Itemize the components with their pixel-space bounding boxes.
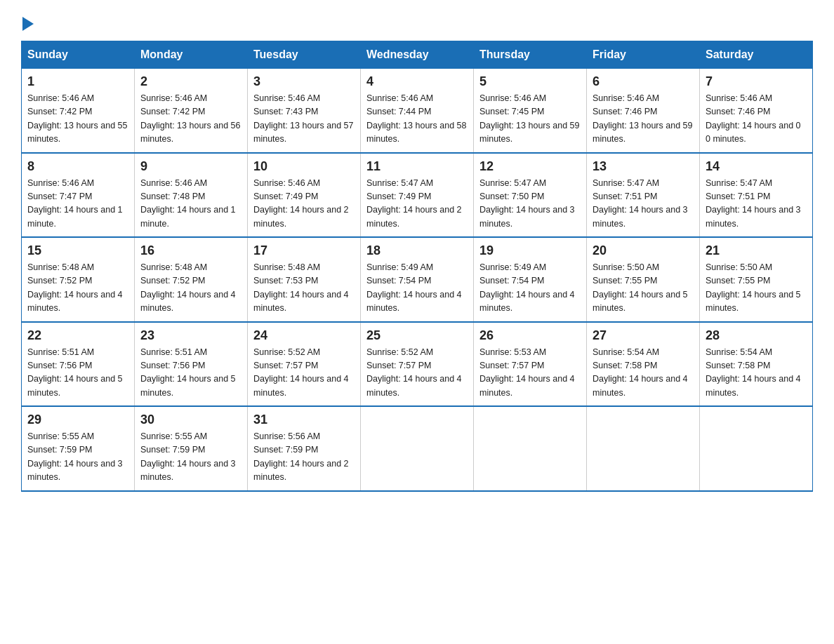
- day-info: Sunrise: 5:46 AM Sunset: 7:42 PM Dayligh…: [140, 92, 241, 147]
- day-cell: [700, 406, 813, 491]
- day-info: Sunrise: 5:47 AM Sunset: 7:51 PM Dayligh…: [706, 177, 807, 232]
- day-number: 31: [253, 412, 355, 427]
- day-number: 30: [140, 412, 241, 427]
- logo: [21, 14, 34, 28]
- day-number: 16: [140, 243, 241, 258]
- day-number: 21: [706, 243, 807, 258]
- day-cell: 12 Sunrise: 5:47 AM Sunset: 7:50 PM Dayl…: [474, 153, 587, 238]
- day-info: Sunrise: 5:50 AM Sunset: 7:55 PM Dayligh…: [706, 261, 807, 316]
- day-cell: [361, 406, 474, 491]
- day-cell: 18 Sunrise: 5:49 AM Sunset: 7:54 PM Dayl…: [361, 237, 474, 322]
- day-info: Sunrise: 5:53 AM Sunset: 7:57 PM Dayligh…: [479, 346, 581, 401]
- day-info: Sunrise: 5:46 AM Sunset: 7:48 PM Dayligh…: [140, 177, 241, 232]
- day-number: 14: [706, 159, 807, 174]
- day-cell: 26 Sunrise: 5:53 AM Sunset: 7:57 PM Dayl…: [474, 322, 587, 407]
- day-cell: 25 Sunrise: 5:52 AM Sunset: 7:57 PM Dayl…: [361, 322, 474, 407]
- day-info: Sunrise: 5:51 AM Sunset: 7:56 PM Dayligh…: [140, 346, 241, 401]
- day-number: 29: [27, 412, 128, 427]
- day-number: 25: [366, 328, 468, 343]
- day-info: Sunrise: 5:47 AM Sunset: 7:50 PM Dayligh…: [479, 177, 581, 232]
- logo-arrow-icon: [22, 17, 34, 31]
- header-tuesday: Tuesday: [248, 41, 361, 69]
- day-number: 22: [27, 328, 128, 343]
- day-number: 26: [479, 328, 581, 343]
- day-info: Sunrise: 5:46 AM Sunset: 7:43 PM Dayligh…: [253, 92, 355, 147]
- day-info: Sunrise: 5:55 AM Sunset: 7:59 PM Dayligh…: [140, 430, 241, 485]
- day-info: Sunrise: 5:55 AM Sunset: 7:59 PM Dayligh…: [27, 430, 128, 485]
- day-cell: 28 Sunrise: 5:54 AM Sunset: 7:58 PM Dayl…: [700, 322, 813, 407]
- week-row-3: 15 Sunrise: 5:48 AM Sunset: 7:52 PM Dayl…: [22, 237, 813, 322]
- day-number: 4: [366, 74, 468, 89]
- day-cell: 30 Sunrise: 5:55 AM Sunset: 7:59 PM Dayl…: [135, 406, 248, 491]
- day-cell: 5 Sunrise: 5:46 AM Sunset: 7:45 PM Dayli…: [474, 69, 587, 153]
- day-info: Sunrise: 5:46 AM Sunset: 7:46 PM Dayligh…: [593, 92, 694, 147]
- header-monday: Monday: [135, 41, 248, 69]
- day-number: 10: [253, 159, 355, 174]
- day-number: 18: [366, 243, 468, 258]
- day-info: Sunrise: 5:49 AM Sunset: 7:54 PM Dayligh…: [366, 261, 468, 316]
- week-row-4: 22 Sunrise: 5:51 AM Sunset: 7:56 PM Dayl…: [22, 322, 813, 407]
- week-row-1: 1 Sunrise: 5:46 AM Sunset: 7:42 PM Dayli…: [22, 69, 813, 153]
- day-info: Sunrise: 5:46 AM Sunset: 7:49 PM Dayligh…: [253, 177, 355, 232]
- day-number: 11: [366, 159, 468, 174]
- day-cell: 7 Sunrise: 5:46 AM Sunset: 7:46 PM Dayli…: [700, 69, 813, 153]
- day-cell: 4 Sunrise: 5:46 AM Sunset: 7:44 PM Dayli…: [361, 69, 474, 153]
- day-info: Sunrise: 5:46 AM Sunset: 7:44 PM Dayligh…: [366, 92, 468, 147]
- day-cell: [474, 406, 587, 491]
- day-number: 9: [140, 159, 241, 174]
- day-info: Sunrise: 5:52 AM Sunset: 7:57 PM Dayligh…: [366, 346, 468, 401]
- day-cell: 2 Sunrise: 5:46 AM Sunset: 7:42 PM Dayli…: [135, 69, 248, 153]
- day-cell: 17 Sunrise: 5:48 AM Sunset: 7:53 PM Dayl…: [248, 237, 361, 322]
- week-row-5: 29 Sunrise: 5:55 AM Sunset: 7:59 PM Dayl…: [22, 406, 813, 491]
- day-info: Sunrise: 5:46 AM Sunset: 7:42 PM Dayligh…: [27, 92, 128, 147]
- header-wednesday: Wednesday: [361, 41, 474, 69]
- day-info: Sunrise: 5:48 AM Sunset: 7:52 PM Dayligh…: [27, 261, 128, 316]
- day-number: 20: [593, 243, 694, 258]
- page-header: [21, 14, 813, 28]
- day-number: 28: [706, 328, 807, 343]
- day-number: 6: [593, 74, 694, 89]
- day-info: Sunrise: 5:49 AM Sunset: 7:54 PM Dayligh…: [479, 261, 581, 316]
- day-cell: 15 Sunrise: 5:48 AM Sunset: 7:52 PM Dayl…: [22, 237, 135, 322]
- day-number: 19: [479, 243, 581, 258]
- day-cell: 19 Sunrise: 5:49 AM Sunset: 7:54 PM Dayl…: [474, 237, 587, 322]
- day-cell: 13 Sunrise: 5:47 AM Sunset: 7:51 PM Dayl…: [587, 153, 700, 238]
- day-info: Sunrise: 5:48 AM Sunset: 7:52 PM Dayligh…: [140, 261, 241, 316]
- day-info: Sunrise: 5:47 AM Sunset: 7:51 PM Dayligh…: [593, 177, 694, 232]
- header-sunday: Sunday: [22, 41, 135, 69]
- day-cell: 21 Sunrise: 5:50 AM Sunset: 7:55 PM Dayl…: [700, 237, 813, 322]
- day-info: Sunrise: 5:54 AM Sunset: 7:58 PM Dayligh…: [706, 346, 807, 401]
- calendar-table: SundayMondayTuesdayWednesdayThursdayFrid…: [21, 41, 813, 492]
- day-number: 1: [27, 74, 128, 89]
- day-cell: 8 Sunrise: 5:46 AM Sunset: 7:47 PM Dayli…: [22, 153, 135, 238]
- day-info: Sunrise: 5:52 AM Sunset: 7:57 PM Dayligh…: [253, 346, 355, 401]
- day-info: Sunrise: 5:46 AM Sunset: 7:46 PM Dayligh…: [706, 92, 807, 147]
- header-thursday: Thursday: [474, 41, 587, 69]
- day-number: 2: [140, 74, 241, 89]
- day-number: 27: [593, 328, 694, 343]
- day-info: Sunrise: 5:54 AM Sunset: 7:58 PM Dayligh…: [593, 346, 694, 401]
- day-cell: 24 Sunrise: 5:52 AM Sunset: 7:57 PM Dayl…: [248, 322, 361, 407]
- day-info: Sunrise: 5:50 AM Sunset: 7:55 PM Dayligh…: [593, 261, 694, 316]
- day-cell: 1 Sunrise: 5:46 AM Sunset: 7:42 PM Dayli…: [22, 69, 135, 153]
- day-number: 12: [479, 159, 581, 174]
- day-cell: 20 Sunrise: 5:50 AM Sunset: 7:55 PM Dayl…: [587, 237, 700, 322]
- header-friday: Friday: [587, 41, 700, 69]
- day-number: 15: [27, 243, 128, 258]
- day-cell: 14 Sunrise: 5:47 AM Sunset: 7:51 PM Dayl…: [700, 153, 813, 238]
- day-info: Sunrise: 5:46 AM Sunset: 7:45 PM Dayligh…: [479, 92, 581, 147]
- day-cell: 6 Sunrise: 5:46 AM Sunset: 7:46 PM Dayli…: [587, 69, 700, 153]
- day-number: 23: [140, 328, 241, 343]
- day-info: Sunrise: 5:56 AM Sunset: 7:59 PM Dayligh…: [253, 430, 355, 485]
- day-number: 17: [253, 243, 355, 258]
- day-cell: 16 Sunrise: 5:48 AM Sunset: 7:52 PM Dayl…: [135, 237, 248, 322]
- day-number: 8: [27, 159, 128, 174]
- day-cell: 27 Sunrise: 5:54 AM Sunset: 7:58 PM Dayl…: [587, 322, 700, 407]
- day-number: 3: [253, 74, 355, 89]
- day-number: 24: [253, 328, 355, 343]
- day-cell: 9 Sunrise: 5:46 AM Sunset: 7:48 PM Dayli…: [135, 153, 248, 238]
- day-cell: 11 Sunrise: 5:47 AM Sunset: 7:49 PM Dayl…: [361, 153, 474, 238]
- day-cell: 3 Sunrise: 5:46 AM Sunset: 7:43 PM Dayli…: [248, 69, 361, 153]
- day-cell: 10 Sunrise: 5:46 AM Sunset: 7:49 PM Dayl…: [248, 153, 361, 238]
- day-number: 5: [479, 74, 581, 89]
